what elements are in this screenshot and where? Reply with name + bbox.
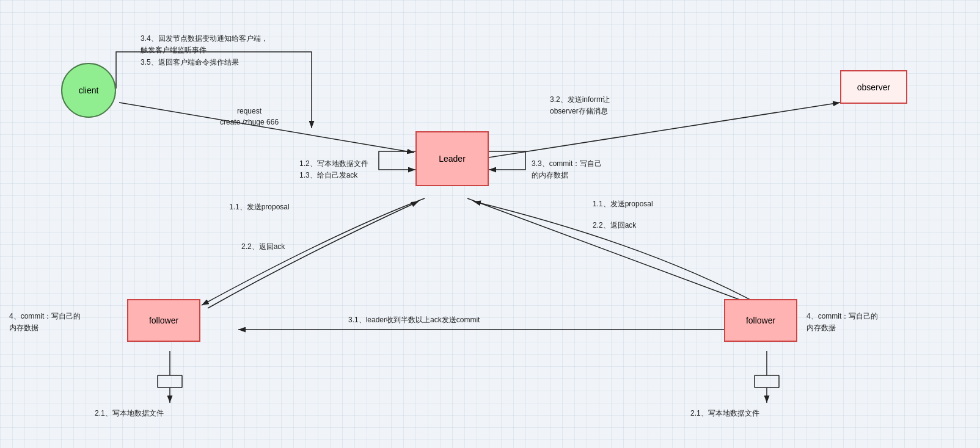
diagram: client Leader observer follower follower… xyxy=(0,0,980,448)
label-write-local-leader: 1.2、写本地数据文件 1.3、给自己发ack xyxy=(299,146,368,182)
leader-node: Leader xyxy=(415,131,489,186)
leader-label: Leader xyxy=(439,154,466,164)
label-commit-broadcast: 3.1、leader收到半数以上ack发送commit xyxy=(348,314,480,325)
label-write-follower-right: 2.1、写本地数据文件 xyxy=(690,408,759,419)
client-label: client xyxy=(79,85,99,95)
label-write-follower-left: 2.1、写本地数据文件 xyxy=(95,408,164,419)
client-node: client xyxy=(61,63,116,118)
label-request: request create /zhuge 666 xyxy=(220,95,279,128)
label-ack-left: 2.2、返回ack xyxy=(241,241,285,252)
label-client-top: 3.4、回发节点数据变动通知给客户端， 触发客户端监听事件 3.5、返回客户端命… xyxy=(141,21,268,68)
follower-right-node: follower xyxy=(724,299,797,342)
label-commit-leader: 3.3、commit：写自己 的内存数据 xyxy=(532,146,602,182)
follower-left-label: follower xyxy=(149,316,178,325)
observer-node: observer xyxy=(840,70,907,104)
label-proposal-left: 1.1、发送proposal xyxy=(229,201,290,212)
follower-left-node: follower xyxy=(127,299,200,342)
observer-label: observer xyxy=(857,82,890,92)
label-commit-left: 4、commit：写自己的 内存数据 xyxy=(9,299,81,334)
label-proposal-right: 1.1、发送proposal xyxy=(593,198,653,209)
follower-right-label: follower xyxy=(746,316,775,325)
label-ack-right: 2.2、返回ack xyxy=(593,220,636,231)
label-commit-right: 4、commit：写自己的 内存数据 xyxy=(806,299,878,334)
label-inform: 3.2、发送inform让 observer存储消息 xyxy=(550,82,610,118)
